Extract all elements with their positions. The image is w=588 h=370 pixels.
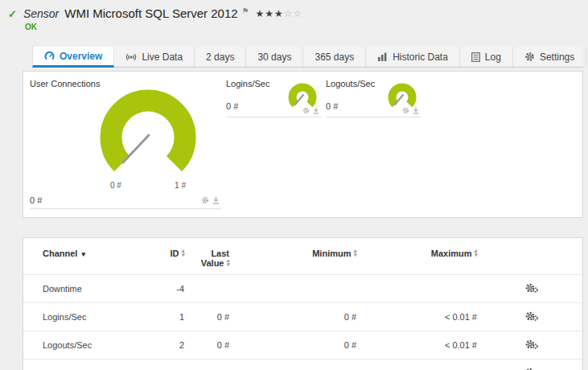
tab-label: Historic Data (393, 51, 448, 63)
gauge-icon (44, 51, 55, 60)
column-header-channel[interactable]: Channel▾ (23, 238, 160, 275)
channel-id: 2 (160, 331, 186, 360)
table-row: User Connections 0 0 # 0 # (23, 360, 582, 370)
gauge-dial (88, 89, 208, 179)
priority-stars[interactable]: ★★★☆☆ (256, 8, 303, 19)
overview-gauge-panel: User Connections 0 # 1 # 0 # (23, 71, 583, 218)
channel-table: Channel▾ ID▴▾ LastValue▴▾ Minimum▴▾ Maxi… (23, 238, 582, 370)
tab-2-days[interactable]: 2 days (195, 47, 246, 67)
tab-30-days[interactable]: 30 days (246, 47, 303, 67)
channel-name[interactable]: Logouts/Sec (23, 331, 160, 360)
channel-settings-gear-icon[interactable] (525, 367, 538, 370)
pin-icon[interactable] (212, 196, 220, 204)
gauge-value: 0 # (226, 101, 238, 111)
sort-icon[interactable]: ▴▾ (474, 249, 477, 257)
gear-icon[interactable] (402, 107, 409, 114)
channel-maximum: < 0.01 # (358, 331, 479, 360)
column-header-maximum[interactable]: Maximum▴▾ (358, 238, 479, 275)
gauge-block-logins-sec: Logins/Sec 0 # (226, 79, 321, 117)
status-check-icon: ✓ (8, 8, 17, 20)
page-title: WMI Microsoft SQL Server 2012 (64, 6, 237, 20)
column-header-last-value[interactable]: LastValue▴▾ (186, 238, 231, 275)
channel-dropdown-icon[interactable]: ▾ (81, 250, 85, 258)
channel-last-value: 0 # (186, 360, 231, 370)
stars-filled: ★★★ (256, 8, 284, 19)
tab-live-data[interactable]: Live Data (114, 47, 195, 67)
channel-name[interactable]: User Connections (23, 360, 160, 370)
gauge-value: 0 # (30, 195, 42, 205)
tab-label: Overview (60, 51, 102, 62)
channel-minimum: 0 # (231, 303, 358, 331)
channel-table-panel: Channel▾ ID▴▾ LastValue▴▾ Minimum▴▾ Maxi… (23, 237, 583, 370)
table-header-row: Channel▾ ID▴▾ LastValue▴▾ Minimum▴▾ Maxi… (23, 238, 582, 275)
column-header-actions (479, 238, 582, 275)
table-row: Downtime -4 (23, 275, 582, 303)
channel-id: 1 (160, 303, 186, 331)
gauge-block-logouts-sec: Logouts/Sec 0 # (326, 79, 421, 117)
tab-bar: Overview Live Data 2 days 30 days 365 da… (32, 47, 583, 68)
channel-minimum (231, 275, 358, 303)
tab-label: 2 days (206, 51, 234, 63)
table-row: Logins/Sec 1 0 # 0 # < 0.01 # (23, 303, 582, 331)
tab-overview[interactable]: Overview (32, 47, 114, 68)
channel-settings-gear-icon[interactable] (525, 310, 538, 322)
tab-label: Settings (540, 51, 574, 63)
gear-icon[interactable] (201, 196, 209, 204)
gauge-scale-max: 1 # (175, 181, 186, 190)
sort-icon[interactable]: ▴▾ (226, 258, 229, 266)
tab-label: Live Data (142, 51, 183, 63)
channel-maximum: < 0.01 # (358, 303, 479, 331)
table-row: Logouts/Sec 2 0 # 0 # < 0.01 # (23, 331, 582, 360)
channel-settings-gear-icon[interactable] (525, 282, 538, 294)
channel-maximum: 0 # (358, 360, 479, 370)
log-icon (471, 52, 480, 62)
gauge-scale-min: 0 # (110, 181, 121, 190)
sort-icon[interactable]: ▴▾ (181, 249, 184, 257)
channel-last-value: 0 # (186, 303, 231, 331)
flag-icon[interactable]: ⚑ (242, 6, 249, 15)
channel-minimum (231, 360, 358, 370)
gauge-title: User Connections (30, 79, 221, 88)
column-header-id[interactable]: ID▴▾ (160, 238, 186, 275)
chart-icon (377, 52, 388, 61)
gauge-title: Logins/Sec (226, 79, 269, 88)
channel-settings-gear-icon[interactable] (525, 339, 538, 350)
channel-maximum (358, 275, 479, 303)
sensor-title-row: ✓ Sensor WMI Microsoft SQL Server 2012 ⚑… (8, 6, 588, 20)
column-header-minimum[interactable]: Minimum▴▾ (231, 238, 358, 275)
channel-id: 0 (160, 360, 186, 370)
channel-id: -4 (160, 275, 186, 303)
object-kind-label: Sensor (23, 7, 59, 20)
tab-historic-data[interactable]: Historic Data (366, 47, 460, 67)
tab-settings[interactable]: Settings (513, 47, 586, 67)
sensor-header: ✓ Sensor WMI Microsoft SQL Server 2012 ⚑… (0, 0, 588, 42)
gear-icon (524, 51, 535, 62)
status-badge: OK (25, 23, 588, 31)
gear-icon[interactable] (302, 107, 310, 114)
channel-minimum: 0 # (231, 331, 358, 360)
user-connections-gauge: 0 # 1 # (88, 89, 208, 190)
broadcast-icon (125, 52, 137, 62)
channel-last-value (186, 275, 231, 303)
channel-last-value: 0 # (186, 331, 231, 360)
stars-empty: ☆☆ (284, 8, 303, 19)
gauge-value: 0 # (326, 101, 338, 111)
channel-name[interactable]: Downtime (23, 275, 160, 303)
sort-icon[interactable]: ▴▾ (353, 249, 356, 257)
tab-365-days[interactable]: 365 days (303, 47, 366, 67)
tab-label: Log (485, 51, 501, 63)
gauge-needle (123, 135, 149, 162)
tab-log[interactable]: Log (460, 47, 513, 67)
channel-name[interactable]: Logins/Sec (23, 303, 160, 331)
pin-icon[interactable] (313, 107, 319, 114)
gauge-block-user-connections: User Connections 0 # 1 # 0 # (30, 79, 221, 209)
tab-label: 365 days (315, 51, 354, 63)
tab-label: 30 days (257, 51, 291, 63)
gauge-title: Logouts/Sec (326, 79, 375, 88)
pin-icon[interactable] (413, 107, 419, 114)
